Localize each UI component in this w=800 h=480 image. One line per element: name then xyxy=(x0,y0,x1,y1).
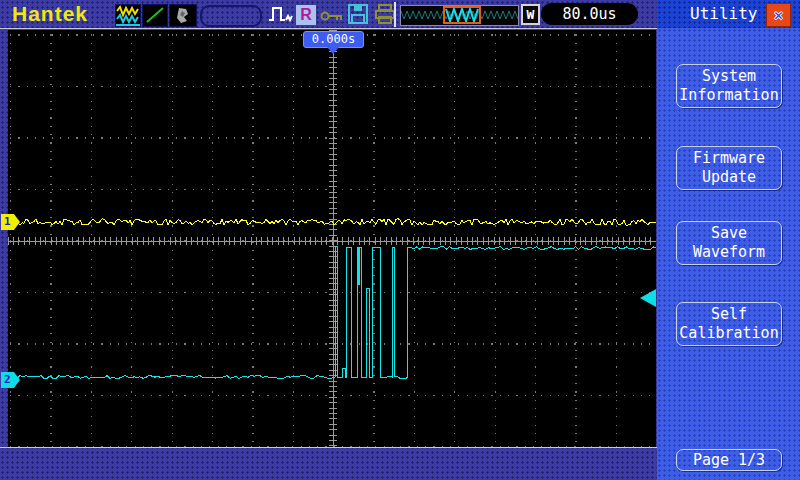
brand-logo: Hantek xyxy=(12,2,88,26)
record-icon: R xyxy=(295,4,317,26)
button-label: Calibration xyxy=(677,324,781,343)
firmware-update-button[interactable]: Firmware Update xyxy=(676,146,782,190)
menu-title: Utility xyxy=(690,4,757,23)
printer-icon xyxy=(374,4,396,29)
button-label: Firmware xyxy=(677,149,781,168)
display-top-border xyxy=(0,28,657,29)
timebase-readout: 80.0us xyxy=(541,3,638,25)
button-label: Waveform xyxy=(677,243,781,262)
system-information-button[interactable]: System Information xyxy=(676,64,782,108)
save-disk-icon xyxy=(348,4,369,29)
channel-waves-icon xyxy=(115,4,141,27)
key-icon xyxy=(320,8,345,27)
button-label: Update xyxy=(677,168,781,187)
horizontal-window-preview xyxy=(400,5,519,26)
button-label: Self xyxy=(677,305,781,324)
empty-slot xyxy=(200,5,262,27)
self-calibration-button[interactable]: Self Calibration xyxy=(676,302,782,346)
page-indicator-button[interactable]: Page 1/3 xyxy=(676,449,782,471)
close-button[interactable]: ✕ xyxy=(766,3,791,27)
save-waveform-button[interactable]: Save Waveform xyxy=(676,221,782,265)
button-label: Information xyxy=(677,86,781,105)
button-label: Save xyxy=(677,224,781,243)
measure-line-icon xyxy=(142,4,168,27)
trigger-position-pointer xyxy=(327,47,339,60)
window-mode-icon: W xyxy=(521,4,540,25)
waveform-display xyxy=(8,30,656,447)
hand-icon xyxy=(169,4,197,27)
button-label: System xyxy=(677,67,781,86)
oscilloscope-screen: { "toolbar": { "brand": "Hantek", "recor… xyxy=(0,0,800,480)
top-toolbar: Hantek R W 80.0us xyxy=(0,0,657,29)
pulse-icon xyxy=(268,4,294,29)
trigger-position-tab[interactable]: 0.000s xyxy=(303,31,364,48)
status-bar: DC 20 2.00V DC 20 2.00V CH2 3.20V 0.0000… xyxy=(0,448,657,480)
toolbar-divider xyxy=(394,2,396,27)
